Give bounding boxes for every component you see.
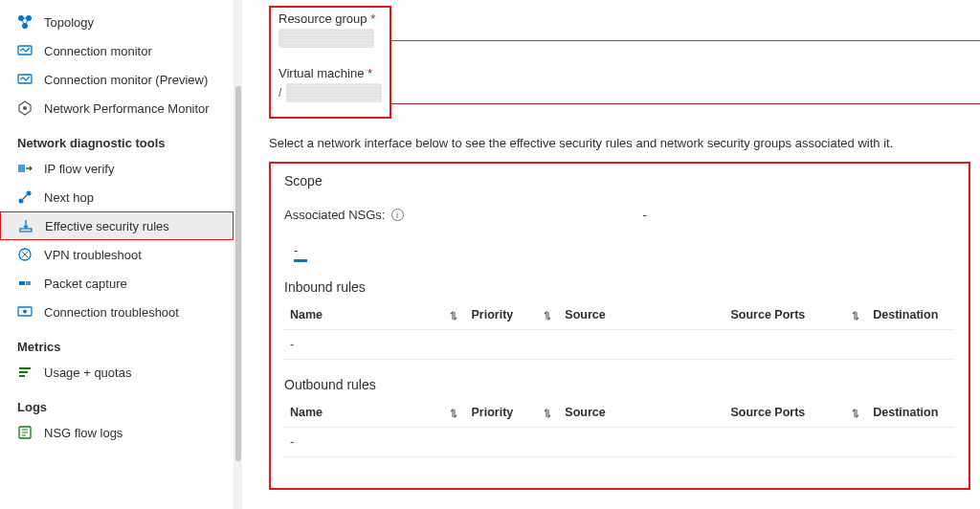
svg-rect-18 [19,367,31,369]
scroll-thumb[interactable] [235,86,241,461]
help-text: Select a network interface below to see … [269,136,970,150]
sidebar-item-connection-troubleshoot[interactable]: Connection troubleshoot [0,298,234,326]
sidebar-item-npm[interactable]: Network Performance Monitor [0,94,234,122]
outbound-rules-table: Name Priority Source Source Ports Destin… [284,400,955,457]
associated-nsgs-label: Associated NSGs: [284,208,386,222]
sidebar-item-label: VPN troubleshoot [44,248,142,262]
col-name[interactable]: Name [284,400,440,428]
col-name-sort[interactable] [440,302,465,330]
sidebar-item-label: Packet capture [44,277,127,291]
sidebar-item-packet-capture[interactable]: Packet capture [0,269,234,298]
table-row: - [284,428,955,457]
sidebar-item-label: Connection troubleshoot [44,305,179,320]
empty-row: - [284,428,955,457]
svg-rect-12 [20,229,32,232]
associated-nsgs-value: - [643,208,647,222]
sort-icon [542,310,553,321]
redacted-value [286,83,382,102]
resource-group-label: Resource group * [278,11,382,26]
selection-indicator [294,259,307,262]
ipflow-icon [17,161,33,176]
svg-rect-9 [18,165,25,172]
svg-point-11 [27,191,32,196]
monitor-icon [17,43,33,58]
sidebar-item-next-hop[interactable]: Next hop [0,183,234,211]
sidebar-item-label: Connection monitor (Preview) [44,73,208,87]
sidebar-item-ip-flow-verify[interactable]: IP flow verify [0,154,234,183]
sidebar-item-label: Topology [44,15,94,30]
sort-icon [542,408,553,419]
sidebar-scrollbar[interactable] [234,0,242,509]
inbound-rules-title: Inbound rules [284,279,955,295]
sidebar-item-label: Connection monitor [44,44,152,58]
effective-rules-icon [18,218,33,233]
sidebar-item-topology[interactable]: Topology [0,8,234,36]
sidebar-item-label: NSG flow logs [44,426,122,440]
svg-rect-19 [19,371,28,373]
section-header-metrics: Metrics [0,326,234,358]
sidebar-item-connection-monitor[interactable]: Connection monitor [0,36,234,65]
section-header-diagnostic: Network diagnostic tools [0,122,234,154]
col-name[interactable]: Name [284,302,440,330]
form-highlight-box: Resource group * Virtual machine * / [269,6,391,119]
col-source[interactable]: Source [559,302,724,330]
col-priority[interactable]: Priority [466,302,534,330]
sidebar-item-label: IP flow verify [44,162,114,176]
nexthop-icon [17,189,33,205]
sidebar-item-vpn-troubleshoot[interactable]: VPN troubleshoot [0,240,234,269]
redacted-value [278,29,374,48]
sidebar-item-nsg-flow-logs[interactable]: NSG flow logs [0,418,234,447]
sidebar-item-label: Effective security rules [45,219,169,233]
sort-icon [448,310,459,321]
sidebar-item-label: Usage + quotas [44,365,131,380]
virtual-machine-label: Virtual machine * [278,66,382,80]
outbound-rules-title: Outbound rules [284,377,955,392]
col-source-ports[interactable]: Source Ports [725,400,842,428]
svg-rect-14 [19,281,25,285]
connection-troubleshoot-icon [17,304,33,320]
sidebar-item-connection-monitor-preview[interactable]: Connection monitor (Preview) [0,65,234,94]
sort-icon [448,408,459,419]
sidebar-item-label: Network Performance Monitor [44,101,210,116]
table-row: - [284,330,955,360]
section-header-logs: Logs [0,387,234,418]
sidebar-item-label: Next hop [44,190,94,205]
col-priority-sort[interactable] [534,400,559,428]
sort-icon [850,310,861,321]
col-priority[interactable]: Priority [466,400,534,428]
interface-placeholder-dash: - [284,243,955,257]
col-priority-sort[interactable] [534,302,559,330]
svg-rect-15 [26,281,31,285]
monitor-icon [17,72,33,87]
packet-capture-icon [17,276,33,291]
vm-value-prefix: / [278,86,281,100]
info-icon[interactable]: i [391,209,404,221]
sidebar-item-usage-quotas[interactable]: Usage + quotas [0,358,234,387]
sidebar-item-effective-security-rules[interactable]: Effective security rules [0,211,234,240]
svg-point-8 [23,106,27,110]
topology-icon [17,14,33,30]
inbound-rules-table: Name Priority Source Source Ports Destin… [284,302,955,360]
empty-row: - [284,330,955,360]
col-name-sort[interactable] [440,400,465,428]
svg-point-17 [23,310,27,314]
resource-group-input[interactable] [278,28,382,49]
sort-icon [850,408,861,419]
scope-panel: Scope Associated NSGs: i - - Inbound rul… [269,162,970,490]
col-source-ports[interactable]: Source Ports [725,302,842,330]
npm-icon [17,100,33,116]
nsg-flow-icon [17,425,33,440]
virtual-machine-input[interactable]: / [278,82,382,103]
svg-rect-20 [19,375,25,377]
associated-nsgs-row: Associated NSGs: i - [284,208,955,222]
col-destination[interactable]: Destination [867,400,955,428]
main-pane: Resource group * Virtual machine * / Sel… [242,0,980,509]
usage-icon [17,365,33,380]
scope-title: Scope [284,173,955,188]
col-source[interactable]: Source [559,400,724,428]
svg-point-10 [19,199,24,204]
sidebar: Topology Connection monitor Connection m… [0,0,234,509]
col-source-ports-sort[interactable] [842,400,867,428]
col-destination[interactable]: Destination [867,302,955,330]
col-source-ports-sort[interactable] [842,302,867,330]
